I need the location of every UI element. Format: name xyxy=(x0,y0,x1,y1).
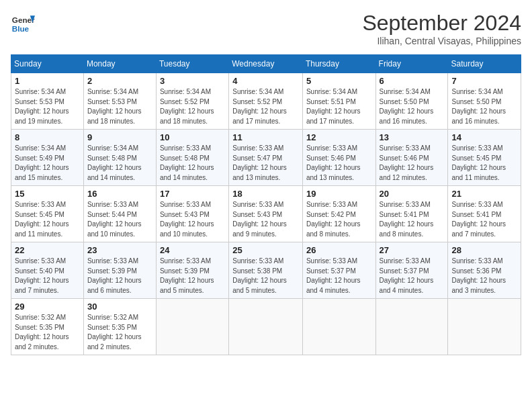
header-thursday: Thursday xyxy=(302,55,375,73)
table-row: 8 Sunrise: 5:34 AM Sunset: 5:49 PM Dayli… xyxy=(11,130,84,186)
svg-text:Blue: Blue xyxy=(12,24,30,33)
day-number: 27 xyxy=(380,245,445,255)
day-info: Sunrise: 5:33 AM Sunset: 5:38 PM Dayligh… xyxy=(232,257,299,295)
day-info: Sunrise: 5:34 AM Sunset: 5:48 PM Dayligh… xyxy=(87,144,152,183)
table-row: 29 Sunrise: 5:32 AM Sunset: 5:35 PM Dayl… xyxy=(11,299,84,355)
table-row: 18 Sunrise: 5:33 AM Sunset: 5:43 PM Dayl… xyxy=(229,186,303,242)
day-number: 18 xyxy=(232,189,299,199)
day-number: 3 xyxy=(160,76,225,86)
day-info: Sunrise: 5:32 AM Sunset: 5:35 PM Dayligh… xyxy=(87,313,152,352)
day-info: Sunrise: 5:33 AM Sunset: 5:39 PM Dayligh… xyxy=(160,257,225,295)
calendar-week-row: 8 Sunrise: 5:34 AM Sunset: 5:49 PM Dayli… xyxy=(11,130,521,186)
day-number: 12 xyxy=(306,132,372,142)
logo: General Blue xyxy=(11,11,35,35)
table-row xyxy=(448,299,521,355)
day-info: Sunrise: 5:33 AM Sunset: 5:45 PM Dayligh… xyxy=(451,144,517,183)
day-info: Sunrise: 5:33 AM Sunset: 5:43 PM Dayligh… xyxy=(232,200,299,239)
table-row: 4 Sunrise: 5:34 AM Sunset: 5:52 PM Dayli… xyxy=(229,73,303,130)
day-number: 2 xyxy=(87,76,152,86)
day-number: 17 xyxy=(160,189,225,199)
day-number: 23 xyxy=(87,245,152,255)
table-row: 17 Sunrise: 5:33 AM Sunset: 5:43 PM Dayl… xyxy=(156,186,228,242)
logo-icon: General Blue xyxy=(11,11,35,35)
calendar-header-row: Sunday Monday Tuesday Wednesday Thursday… xyxy=(11,55,521,73)
calendar-table: Sunday Monday Tuesday Wednesday Thursday… xyxy=(11,54,521,355)
calendar-week-row: 22 Sunrise: 5:33 AM Sunset: 5:40 PM Dayl… xyxy=(11,242,521,299)
day-number: 4 xyxy=(232,76,299,86)
day-number: 9 xyxy=(87,132,152,142)
table-row: 1 Sunrise: 5:34 AM Sunset: 5:53 PM Dayli… xyxy=(11,73,84,130)
day-number: 25 xyxy=(232,245,299,255)
table-row: 11 Sunrise: 5:33 AM Sunset: 5:47 PM Dayl… xyxy=(229,130,303,186)
day-info: Sunrise: 5:34 AM Sunset: 5:53 PM Dayligh… xyxy=(87,87,152,126)
day-info: Sunrise: 5:33 AM Sunset: 5:46 PM Dayligh… xyxy=(306,144,372,183)
day-info: Sunrise: 5:33 AM Sunset: 5:37 PM Dayligh… xyxy=(380,257,445,295)
day-info: Sunrise: 5:32 AM Sunset: 5:35 PM Dayligh… xyxy=(15,313,80,352)
day-number: 8 xyxy=(15,132,80,142)
table-row: 20 Sunrise: 5:33 AM Sunset: 5:41 PM Dayl… xyxy=(375,186,448,242)
table-row: 21 Sunrise: 5:33 AM Sunset: 5:41 PM Dayl… xyxy=(448,186,521,242)
day-info: Sunrise: 5:33 AM Sunset: 5:39 PM Dayligh… xyxy=(87,257,152,295)
day-number: 1 xyxy=(15,76,80,86)
title-block: September 2024 Ilihan, Central Visayas, … xyxy=(362,11,521,46)
table-row xyxy=(229,299,303,355)
day-info: Sunrise: 5:33 AM Sunset: 5:41 PM Dayligh… xyxy=(380,200,445,239)
header-monday: Monday xyxy=(83,55,156,73)
table-row: 22 Sunrise: 5:33 AM Sunset: 5:40 PM Dayl… xyxy=(11,242,84,299)
day-number: 13 xyxy=(380,132,445,142)
day-number: 14 xyxy=(451,132,517,142)
header-saturday: Saturday xyxy=(448,55,521,73)
table-row: 9 Sunrise: 5:34 AM Sunset: 5:48 PM Dayli… xyxy=(83,130,156,186)
page-header: General Blue September 2024 Ilihan, Cent… xyxy=(11,11,521,46)
header-sunday: Sunday xyxy=(11,55,84,73)
day-info: Sunrise: 5:33 AM Sunset: 5:41 PM Dayligh… xyxy=(451,200,517,239)
day-info: Sunrise: 5:33 AM Sunset: 5:36 PM Dayligh… xyxy=(451,257,517,295)
day-number: 6 xyxy=(380,76,445,86)
table-row: 24 Sunrise: 5:33 AM Sunset: 5:39 PM Dayl… xyxy=(156,242,228,299)
table-row: 15 Sunrise: 5:33 AM Sunset: 5:45 PM Dayl… xyxy=(11,186,84,242)
day-info: Sunrise: 5:33 AM Sunset: 5:45 PM Dayligh… xyxy=(15,200,80,239)
day-info: Sunrise: 5:33 AM Sunset: 5:48 PM Dayligh… xyxy=(160,144,225,183)
day-info: Sunrise: 5:33 AM Sunset: 5:40 PM Dayligh… xyxy=(15,257,80,295)
day-number: 15 xyxy=(15,189,80,199)
table-row: 6 Sunrise: 5:34 AM Sunset: 5:50 PM Dayli… xyxy=(375,73,448,130)
day-info: Sunrise: 5:34 AM Sunset: 5:53 PM Dayligh… xyxy=(15,87,80,126)
day-number: 19 xyxy=(306,189,372,199)
table-row: 12 Sunrise: 5:33 AM Sunset: 5:46 PM Dayl… xyxy=(302,130,375,186)
table-row xyxy=(156,299,228,355)
table-row: 27 Sunrise: 5:33 AM Sunset: 5:37 PM Dayl… xyxy=(375,242,448,299)
table-row: 28 Sunrise: 5:33 AM Sunset: 5:36 PM Dayl… xyxy=(448,242,521,299)
day-number: 24 xyxy=(160,245,225,255)
table-row: 26 Sunrise: 5:33 AM Sunset: 5:37 PM Dayl… xyxy=(302,242,375,299)
table-row: 14 Sunrise: 5:33 AM Sunset: 5:45 PM Dayl… xyxy=(448,130,521,186)
table-row: 16 Sunrise: 5:33 AM Sunset: 5:44 PM Dayl… xyxy=(83,186,156,242)
table-row: 2 Sunrise: 5:34 AM Sunset: 5:53 PM Dayli… xyxy=(83,73,156,130)
day-info: Sunrise: 5:34 AM Sunset: 5:51 PM Dayligh… xyxy=(306,87,372,126)
day-number: 21 xyxy=(451,189,517,199)
day-number: 5 xyxy=(306,76,372,86)
day-info: Sunrise: 5:34 AM Sunset: 5:49 PM Dayligh… xyxy=(15,144,80,183)
day-number: 26 xyxy=(306,245,372,255)
table-row: 25 Sunrise: 5:33 AM Sunset: 5:38 PM Dayl… xyxy=(229,242,303,299)
day-info: Sunrise: 5:33 AM Sunset: 5:47 PM Dayligh… xyxy=(232,144,299,183)
day-number: 29 xyxy=(15,302,80,312)
day-info: Sunrise: 5:33 AM Sunset: 5:43 PM Dayligh… xyxy=(160,200,225,239)
calendar-week-row: 15 Sunrise: 5:33 AM Sunset: 5:45 PM Dayl… xyxy=(11,186,521,242)
day-info: Sunrise: 5:33 AM Sunset: 5:44 PM Dayligh… xyxy=(87,200,152,239)
header-tuesday: Tuesday xyxy=(156,55,228,73)
day-number: 16 xyxy=(87,189,152,199)
table-row xyxy=(375,299,448,355)
table-row: 7 Sunrise: 5:34 AM Sunset: 5:50 PM Dayli… xyxy=(448,73,521,130)
day-info: Sunrise: 5:34 AM Sunset: 5:50 PM Dayligh… xyxy=(380,87,445,126)
table-row: 13 Sunrise: 5:33 AM Sunset: 5:46 PM Dayl… xyxy=(375,130,448,186)
day-number: 28 xyxy=(451,245,517,255)
day-info: Sunrise: 5:34 AM Sunset: 5:52 PM Dayligh… xyxy=(160,87,225,126)
day-info: Sunrise: 5:34 AM Sunset: 5:52 PM Dayligh… xyxy=(232,87,299,126)
table-row: 3 Sunrise: 5:34 AM Sunset: 5:52 PM Dayli… xyxy=(156,73,228,130)
day-number: 10 xyxy=(160,132,225,142)
month-title: September 2024 xyxy=(362,11,521,36)
day-info: Sunrise: 5:33 AM Sunset: 5:46 PM Dayligh… xyxy=(380,144,445,183)
day-info: Sunrise: 5:33 AM Sunset: 5:42 PM Dayligh… xyxy=(306,200,372,239)
day-info: Sunrise: 5:33 AM Sunset: 5:37 PM Dayligh… xyxy=(306,257,372,295)
calendar-week-row: 1 Sunrise: 5:34 AM Sunset: 5:53 PM Dayli… xyxy=(11,73,521,130)
